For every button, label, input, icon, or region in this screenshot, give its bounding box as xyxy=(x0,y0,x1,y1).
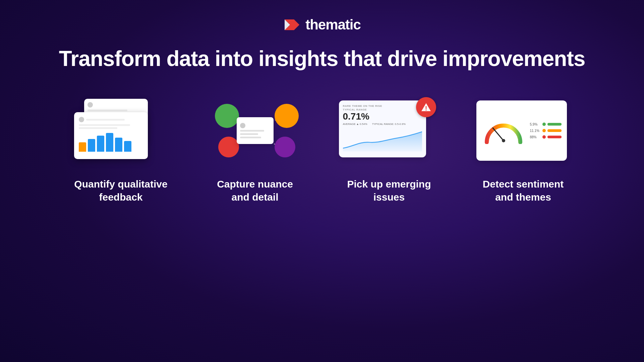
sentiment-row-positive: 5.9% xyxy=(530,123,562,126)
bar-positive xyxy=(547,123,562,126)
chart-big-num: 0.71% xyxy=(343,112,422,121)
alert-icon: ! xyxy=(421,102,431,112)
bar-negative xyxy=(547,136,562,138)
svg-point-9 xyxy=(502,139,505,142)
svg-text:!: ! xyxy=(425,105,427,112)
feature-emerging: RARE THEME ON THE RISE TYPICAL RANGE 0.7… xyxy=(332,97,446,204)
sentiment-row-negative: 88% xyxy=(530,135,562,139)
node-red xyxy=(218,137,239,157)
logo-area: thematic xyxy=(283,16,361,33)
illus-capture xyxy=(201,97,309,164)
chart-average-label: AVERAGE ▲ 0.54% xyxy=(343,123,367,126)
node-orange xyxy=(275,104,299,128)
feature-label-emerging: Pick up emergingissues xyxy=(347,177,431,204)
node-purple xyxy=(275,137,295,157)
chart-sub-row: AVERAGE ▲ 0.54% TYPICAL RANGE: 0.5-0.9% xyxy=(343,123,422,126)
sentiment-row-neutral: 11.1% xyxy=(530,129,562,133)
illus-quantify xyxy=(67,97,175,164)
feature-label-sentiment: Detect sentimentand themes xyxy=(483,177,564,204)
gauge-left xyxy=(482,106,525,155)
line-chart-svg xyxy=(343,128,422,152)
gauge-card: 5.9% 11.1% 88% xyxy=(476,100,567,161)
feature-sentiment: 5.9% 11.1% 88% xyxy=(466,97,580,204)
illus-sentiment: 5.9% 11.1% 88% xyxy=(470,97,577,164)
svg-line-8 xyxy=(493,128,504,141)
card-front xyxy=(74,112,148,159)
illus-emerging: RARE THEME ON THE RISE TYPICAL RANGE 0.7… xyxy=(336,97,443,164)
feature-label-quantify: Quantify qualitativefeedback xyxy=(74,177,167,204)
page-headline: Transform data into insights that drive … xyxy=(59,47,585,70)
center-card xyxy=(237,117,274,144)
gauge-right: 5.9% 11.1% 88% xyxy=(530,106,562,155)
bar-neutral xyxy=(547,129,562,132)
dot-positive xyxy=(542,123,546,126)
chart-label-typical: TYPICAL RANGE xyxy=(343,108,422,111)
chart-label-rare: RARE THEME ON THE RISE xyxy=(343,104,422,107)
gauge-svg xyxy=(483,117,524,144)
chart-card-emerging: RARE THEME ON THE RISE TYPICAL RANGE 0.7… xyxy=(339,100,426,157)
chart-typical-val: TYPICAL RANGE: 0.5-0.9% xyxy=(372,123,406,126)
dot-negative xyxy=(542,135,546,139)
features-row: Quantify qualitativefeedback xyxy=(64,97,580,204)
feature-capture: Capture nuanceand detail xyxy=(198,97,312,204)
node-green xyxy=(215,104,239,128)
dot-neutral xyxy=(542,129,546,132)
alert-badge: ! xyxy=(416,97,436,117)
logo-text: thematic xyxy=(305,17,361,33)
thematic-logo-icon xyxy=(283,16,301,33)
feature-quantify: Quantify qualitativefeedback xyxy=(64,97,178,204)
feature-label-capture: Capture nuanceand detail xyxy=(217,177,293,204)
